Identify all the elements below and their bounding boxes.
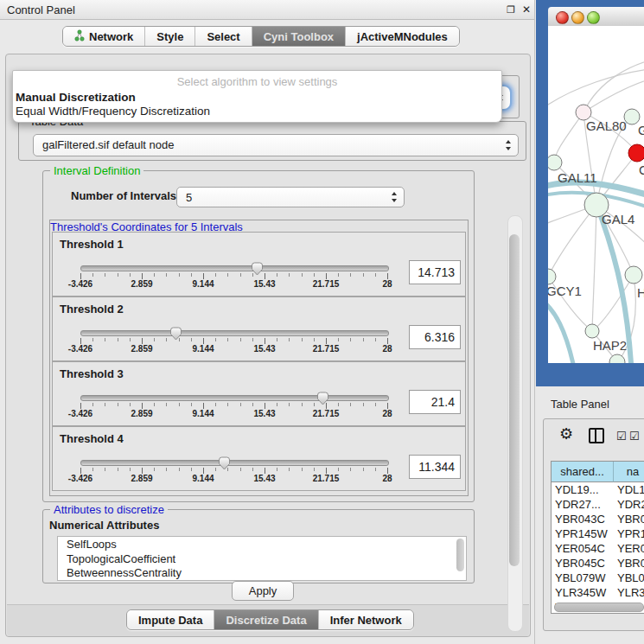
threshold-slider-track[interactable] <box>80 460 389 466</box>
tab-discretize-data[interactable]: Discretize Data <box>214 610 318 629</box>
close-traffic-light-icon[interactable] <box>556 11 569 24</box>
axis-tick <box>252 468 253 471</box>
network-canvas[interactable]: GAL80GCGAL11GAL4GCY1HHAP2 <box>548 26 644 363</box>
threshold-slider-thumb[interactable] <box>316 392 329 405</box>
axis-tick <box>215 273 216 277</box>
axis-tick-label: 2.859 <box>131 474 152 483</box>
axis-tick <box>326 468 327 474</box>
network-view-window: GAL80GCGAL11GAL4GCY1HHAP2 <box>536 0 644 386</box>
table-row[interactable]: YLR345WYLR3 <box>552 585 644 600</box>
axis-tick <box>338 403 339 406</box>
split-columns-icon[interactable] <box>589 428 604 443</box>
popup-menu-item[interactable]: Manual Discretization <box>16 91 496 105</box>
apply-button[interactable]: Apply <box>232 581 294 601</box>
network-node-hap2[interactable] <box>585 324 599 338</box>
threshold-title: Threshold 4 <box>60 432 124 445</box>
network-node-c[interactable] <box>628 144 644 162</box>
popup-menu-item[interactable]: Equal Width/Frequency Discretization <box>16 105 496 118</box>
axis-tick-label: 2.859 <box>131 409 152 418</box>
threshold-slider-thumb[interactable] <box>169 327 182 341</box>
network-window-titlebar[interactable] <box>548 7 644 27</box>
control-panel-window: Control Panel ❐ ✕ NetworkStyleSelectCyni… <box>0 0 535 644</box>
axis-tick <box>302 273 303 277</box>
network-node-gal11[interactable] <box>548 155 562 170</box>
table-data-group: Table Data galFiltered.sif default node <box>18 121 526 161</box>
tab-style[interactable]: Style <box>145 27 195 46</box>
table-row[interactable]: YDR27...YDR2 <box>552 497 644 512</box>
panel-scrollbar-thumb[interactable] <box>509 234 520 566</box>
checkbox-icon[interactable]: ☑ <box>629 430 640 443</box>
attribute-list-item[interactable]: BetweennessCentrality <box>58 565 466 580</box>
axis-tick-label: 28 <box>382 474 392 483</box>
threshold-value-field[interactable]: 21.4 <box>409 390 461 414</box>
tab-select[interactable]: Select <box>195 27 252 46</box>
table-row[interactable]: YPR145WYPR1 <box>552 526 644 541</box>
axis-tick <box>191 338 192 341</box>
network-node-h[interactable] <box>625 266 642 284</box>
threshold-slider-track[interactable] <box>80 330 389 336</box>
column-header-1[interactable]: shared... <box>552 462 614 482</box>
axis-tick <box>363 273 364 277</box>
axis-tick <box>92 468 93 471</box>
attribute-list-scrollbar[interactable] <box>456 539 464 571</box>
node-label: GAL80 <box>586 118 627 133</box>
node-label: C <box>639 163 644 177</box>
axis-tick <box>130 273 131 277</box>
axis-tick <box>154 338 155 341</box>
checkbox-icon[interactable]: ☑ <box>616 430 627 443</box>
tab-jactivemnodules[interactable]: jActiveMNodules <box>346 27 459 46</box>
attribute-list-item[interactable]: TopologicalCoefficient <box>58 552 466 566</box>
threshold-slider-track[interactable] <box>80 395 389 401</box>
axis-tick <box>142 338 143 344</box>
threshold-value-field[interactable]: 6.316 <box>409 325 461 349</box>
tab-infer-network[interactable]: Infer Network <box>319 610 413 629</box>
table-horizontal-scrollbar[interactable] <box>554 603 644 612</box>
axis-tick <box>227 273 228 277</box>
node-label: HAP2 <box>593 338 627 353</box>
axis-tick-label: -3.426 <box>68 344 92 354</box>
threshold-slider-track[interactable] <box>80 265 389 271</box>
table-panel-title: Table Panel <box>551 398 609 411</box>
axis-tick <box>265 403 265 409</box>
threshold-slider-thumb[interactable] <box>218 456 231 470</box>
axis-tick <box>118 468 118 471</box>
number-of-intervals-combobox[interactable]: 5 <box>176 187 405 207</box>
tab-cyni-toolbox[interactable]: Cyni Toolbox <box>252 27 346 46</box>
axis-tick <box>387 273 388 279</box>
table-row[interactable]: YBR043CYBR0 <box>552 512 644 526</box>
table-row[interactable]: YBR045CYBR0 <box>552 556 644 571</box>
axis-tick <box>105 403 105 406</box>
minimize-traffic-light-icon[interactable] <box>571 11 584 24</box>
threshold-slider-thumb[interactable] <box>251 262 264 276</box>
axis-tick <box>314 273 315 277</box>
zoom-traffic-light-icon[interactable] <box>587 11 600 24</box>
axis-tick <box>227 403 228 406</box>
table-data-combobox[interactable]: galFiltered.sif default node <box>33 134 519 156</box>
thresholds-coordinates-group: Threshold's Coordinates for 5 Intervals … <box>49 220 469 496</box>
threshold-value-field[interactable]: 14.713 <box>409 260 461 284</box>
table-row[interactable]: YER054CYER0 <box>552 541 644 556</box>
cell-name: YLR3 <box>617 585 644 600</box>
table-row[interactable]: YBL079WYBL0 <box>552 571 644 585</box>
tab-network[interactable]: Network <box>63 27 145 46</box>
close-icon[interactable]: ✕ <box>520 3 533 16</box>
axis-tick <box>277 468 277 471</box>
network-node-gcy1[interactable] <box>548 269 556 284</box>
threshold-value-field[interactable]: 11.344 <box>409 455 461 479</box>
column-header-2[interactable]: na <box>614 462 644 482</box>
tab-impute-data[interactable]: Impute Data <box>127 610 214 629</box>
network-icon <box>74 29 85 44</box>
axis-tick <box>387 403 388 409</box>
axis-tick <box>375 273 376 277</box>
axis-tick <box>191 468 192 471</box>
float-window-icon[interactable]: ❐ <box>504 3 518 16</box>
axis-tick-label: 9.144 <box>192 474 214 483</box>
axis-tick <box>118 338 118 341</box>
axis-tick <box>130 403 131 406</box>
axis-tick <box>314 403 315 406</box>
table-row[interactable]: YDL19...YDL1 <box>552 482 644 497</box>
table-panel-body: ⚙ ☑ ☑ YDL19...YDL1YDR27...YDR2YBR043CYBR… <box>543 418 644 631</box>
gear-icon[interactable]: ⚙ <box>559 426 573 442</box>
attribute-list-item[interactable]: SelfLoops <box>58 537 466 552</box>
attributes-to-discretize-label: Attributes to discretize <box>50 503 168 516</box>
